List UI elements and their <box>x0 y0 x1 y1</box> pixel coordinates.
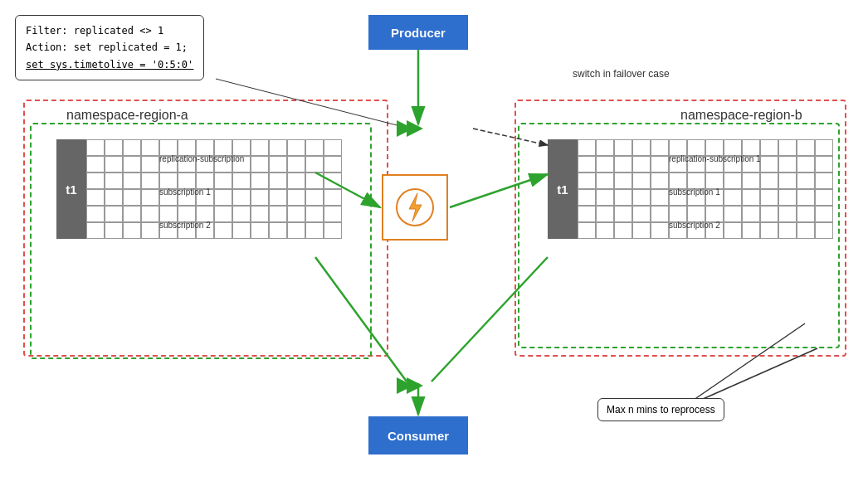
pcell <box>724 189 742 206</box>
failover-label: switch in failover case <box>573 68 670 80</box>
producer-block: Producer <box>368 15 468 50</box>
pcell <box>232 222 251 239</box>
pcell <box>86 139 105 156</box>
pcell <box>178 173 196 189</box>
pcell <box>596 189 614 206</box>
pcell <box>778 173 797 189</box>
pcell <box>324 173 342 189</box>
pcell <box>305 139 324 156</box>
pcell <box>196 139 214 156</box>
pcell <box>251 222 269 239</box>
pcell <box>651 189 669 206</box>
pcell <box>578 139 596 156</box>
pcell <box>815 206 833 222</box>
pcell <box>159 206 178 222</box>
partition-row-a-1 <box>86 139 342 156</box>
pcell <box>742 189 760 206</box>
pcell <box>287 206 305 222</box>
pcell <box>651 139 669 156</box>
sub-label-a-replication: replication-subscription <box>159 154 244 163</box>
pcell <box>614 206 632 222</box>
pcell <box>815 173 833 189</box>
svg-marker-16 <box>397 377 413 394</box>
diagram-container: Filter: replicated <> 1 Action: set repl… <box>0 0 868 491</box>
pcell <box>578 206 596 222</box>
partition-row-b-1 <box>578 139 833 156</box>
pcell <box>251 173 269 189</box>
pcell <box>141 173 159 189</box>
pcell <box>596 222 614 239</box>
pcell <box>724 222 742 239</box>
pcell <box>815 139 833 156</box>
pcell <box>578 173 596 189</box>
pcell <box>614 222 632 239</box>
pcell <box>178 139 196 156</box>
pcell <box>815 156 833 173</box>
region-a-label: namespace-region-a <box>66 108 188 123</box>
pcell <box>778 189 797 206</box>
pcell <box>105 206 123 222</box>
pcell <box>232 189 251 206</box>
pcell <box>123 206 141 222</box>
pcell <box>797 139 815 156</box>
pcell <box>651 206 669 222</box>
pcell <box>760 173 778 189</box>
pcell <box>86 222 105 239</box>
pcell <box>632 156 651 173</box>
pcell <box>742 139 760 156</box>
pcell <box>614 156 632 173</box>
pcell <box>123 189 141 206</box>
pcell <box>287 156 305 173</box>
pcell <box>123 173 141 189</box>
pcell <box>196 173 214 189</box>
pcell <box>324 139 342 156</box>
pcell <box>159 173 178 189</box>
pcell <box>232 173 251 189</box>
pcell <box>287 173 305 189</box>
pcell <box>760 189 778 206</box>
pcell <box>141 156 159 173</box>
pcell <box>705 206 724 222</box>
pcell <box>105 189 123 206</box>
filter-line2: Action: set replicated = 1; <box>26 39 193 56</box>
pcell <box>305 189 324 206</box>
pcell <box>632 189 651 206</box>
lightning-bolt-icon <box>394 187 436 228</box>
pcell <box>687 139 705 156</box>
partition-row-b-3 <box>578 173 833 189</box>
pcell <box>632 139 651 156</box>
pcell <box>651 173 669 189</box>
pcell <box>287 189 305 206</box>
svg-marker-15 <box>397 120 413 137</box>
pcell <box>123 139 141 156</box>
partition-row-a-4 <box>86 189 342 206</box>
pcell <box>596 173 614 189</box>
pcell <box>632 173 651 189</box>
pcell <box>232 139 251 156</box>
pcell <box>251 156 269 173</box>
pcell <box>269 156 287 173</box>
pcell <box>614 139 632 156</box>
pcell <box>760 156 778 173</box>
pcell <box>123 222 141 239</box>
pcell <box>141 222 159 239</box>
pcell <box>251 189 269 206</box>
pcell <box>742 222 760 239</box>
pcell <box>123 156 141 173</box>
pcell <box>705 139 724 156</box>
merge-arrow-bottom <box>407 377 423 394</box>
pcell <box>778 139 797 156</box>
pcell <box>687 173 705 189</box>
pcell <box>232 206 251 222</box>
pcell <box>614 189 632 206</box>
pcell <box>815 189 833 206</box>
partition-row-a-6 <box>86 222 342 239</box>
pcell <box>596 156 614 173</box>
pcell <box>105 139 123 156</box>
sub-label-a-2: subscription 2 <box>159 221 211 230</box>
pcell <box>778 206 797 222</box>
pcell <box>669 206 687 222</box>
pcell <box>778 156 797 173</box>
pcell <box>324 222 342 239</box>
pcell <box>214 189 232 206</box>
